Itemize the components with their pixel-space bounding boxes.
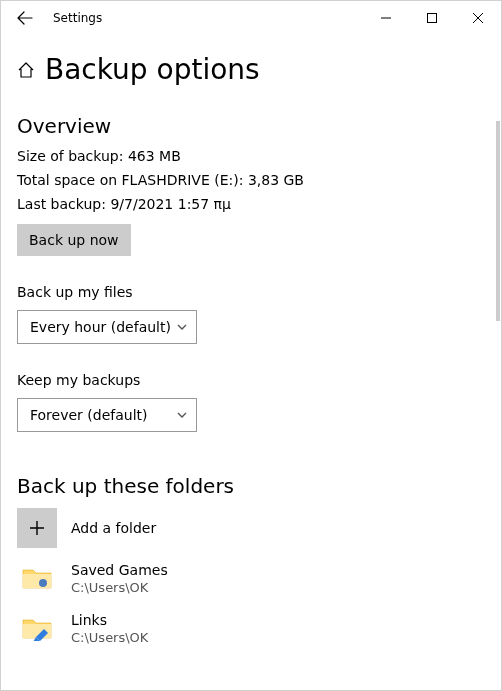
folders-heading: Back up these folders [17,474,485,498]
page-title: Backup options [45,53,260,86]
backup-size-value: 463 MB [128,148,181,164]
folder-item-text: Saved Games C:\Users\OK [71,562,168,595]
last-backup-label: Last backup: [17,196,106,212]
total-space-label: Total space on FLASHDRIVE (E:): [17,172,243,188]
window-title: Settings [53,11,102,25]
arrow-left-icon [17,10,33,26]
overview-heading: Overview [17,114,485,138]
titlebar: Settings [1,1,501,35]
backup-frequency-select[interactable]: Every hour (default) [17,310,197,344]
folder-path: C:\Users\OK [71,580,168,595]
folder-item-text: Links C:\Users\OK [71,612,148,645]
close-button[interactable] [455,1,501,35]
add-folder-row[interactable]: Add a folder [17,508,485,548]
folder-icon [17,608,57,648]
backup-retention-label: Keep my backups [17,372,485,388]
folders-section: Back up these folders Add a folder Saved… [17,474,485,648]
folder-item[interactable]: Links C:\Users\OK [17,608,485,648]
folder-item[interactable]: Saved Games C:\Users\OK [17,558,485,598]
svg-point-1 [39,579,47,587]
svg-rect-0 [428,14,437,23]
maximize-button[interactable] [409,1,455,35]
scrollbar[interactable] [496,121,500,321]
folder-icon [17,558,57,598]
back-button[interactable] [11,4,39,32]
home-button[interactable] [17,61,35,79]
backup-frequency-value: Every hour (default) [30,319,171,335]
backup-retention-select[interactable]: Forever (default) [17,398,197,432]
page-header: Backup options [17,53,485,86]
chevron-down-icon [176,409,188,421]
backup-size-label: Size of backup: [17,148,123,164]
backup-retention-value: Forever (default) [30,407,147,423]
total-space-value: 3,83 GB [248,172,304,188]
backup-now-button[interactable]: Back up now [17,224,131,256]
last-backup-value: 9/7/2021 1:57 πμ [110,196,231,212]
window-controls [363,1,501,35]
chevron-down-icon [176,321,188,333]
plus-icon [28,519,46,537]
last-backup-line: Last backup: 9/7/2021 1:57 πμ [17,196,485,212]
folder-name: Saved Games [71,562,168,578]
total-space-line: Total space on FLASHDRIVE (E:): 3,83 GB [17,172,485,188]
add-folder-icon-tile [17,508,57,548]
close-icon [473,13,483,23]
backup-frequency-block: Back up my files Every hour (default) [17,284,485,344]
folder-name: Links [71,612,148,628]
minimize-icon [381,13,391,23]
maximize-icon [427,13,437,23]
home-icon [17,61,35,79]
backup-retention-block: Keep my backups Forever (default) [17,372,485,432]
backup-size-line: Size of backup: 463 MB [17,148,485,164]
minimize-button[interactable] [363,1,409,35]
add-folder-label: Add a folder [71,520,156,536]
backup-frequency-label: Back up my files [17,284,485,300]
folder-path: C:\Users\OK [71,630,148,645]
